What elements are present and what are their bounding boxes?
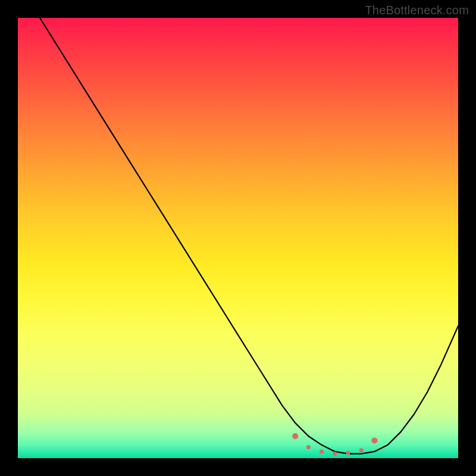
watermark-text: TheBottleneck.com — [365, 4, 469, 17]
highlight-dot — [359, 448, 364, 452]
chart-svg — [18, 18, 458, 458]
chart-plot-area — [18, 18, 458, 458]
bottleneck-curve-path — [40, 18, 458, 454]
highlight-dot — [333, 452, 337, 456]
highlight-dot — [346, 451, 350, 455]
highlight-dot — [371, 437, 377, 443]
highlight-dot — [292, 433, 298, 439]
highlight-dot — [306, 445, 311, 449]
highlight-dots-group — [292, 433, 377, 456]
highlight-dot — [320, 449, 324, 453]
